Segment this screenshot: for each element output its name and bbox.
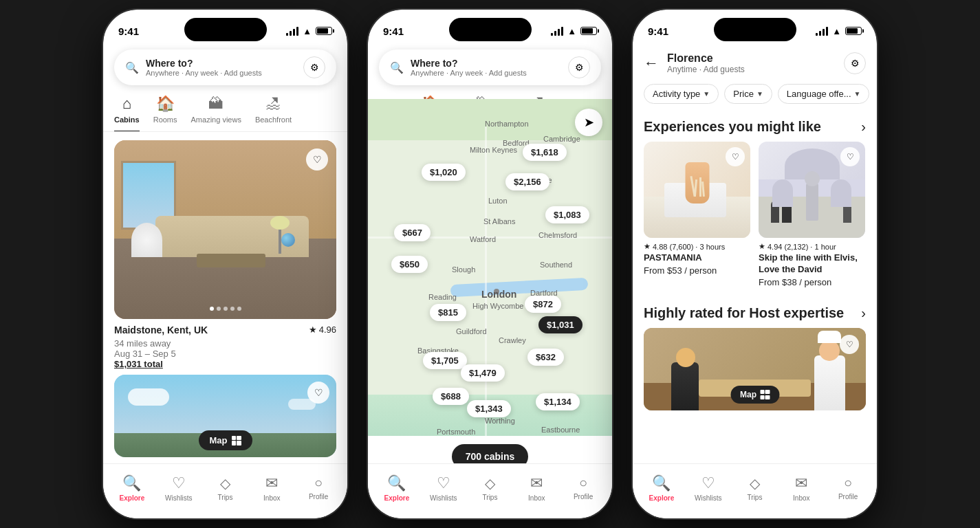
second-property-card-1[interactable]: Map ♡ [114, 375, 336, 457]
map-label-1: Map [210, 435, 228, 446]
exp-rating-pastamania: ★ 4.88 (7,600) · 3 hours [644, 242, 750, 251]
southend-label: Southend [540, 261, 572, 269]
highly-rated-section-header-3: Highly rated for Host expertise › [633, 297, 877, 328]
nav-trips-1[interactable]: ◇ Trips [202, 475, 249, 501]
exp-card-david[interactable]: ♡ ★ 4.94 (2,132) · 1 hour Skip the line … [759, 142, 865, 287]
exp-name-pastamania: PASTAMANIA [644, 252, 750, 264]
dynamic-island-3 [714, 18, 796, 41]
wishlist-hr-3[interactable]: ♡ [840, 335, 859, 354]
price-filter[interactable]: Price ▼ [724, 84, 772, 104]
price-bubble-1343[interactable]: $1,343 [467, 400, 511, 417]
search-bar-1[interactable]: 🔍 Where to? Anywhere · Any week · Add gu… [114, 50, 336, 85]
tab-cabins-1[interactable]: ⌂ Cabins [114, 91, 140, 132]
price-bubble-1020[interactable]: $1,020 [422, 164, 466, 181]
wishlist-button-1[interactable]: ♡ [306, 148, 328, 170]
hr-map-button-3[interactable]: Map [730, 386, 779, 404]
trips-label-1: Trips [218, 494, 233, 501]
explore-icon-3: 🔍 [652, 474, 671, 492]
rooms-label-1: Rooms [153, 116, 177, 124]
wishlists-label-3: Wishlists [695, 494, 721, 502]
search-title-1: Where to? [146, 58, 296, 69]
exp-card-pastamania[interactable]: ♡ ★ 4.88 (7,600) · 3 hours PASTAMANIA Fr… [644, 142, 750, 287]
property-image-1: ♡ [114, 140, 336, 319]
price-bubble-1479[interactable]: $1,479 [461, 364, 505, 382]
hr-card-3[interactable]: ♡ Map [644, 328, 866, 410]
tab-rooms-1[interactable]: 🏠 Rooms [153, 91, 177, 131]
wifi-icon-2: ▲ [567, 26, 576, 36]
tab-beachfront-1[interactable]: 🏖 Beachfront [255, 91, 292, 131]
search-text-2: Where to? Anywhere · Any week · Add gues… [411, 58, 561, 77]
location-arrow-button-2[interactable]: ➤ [575, 109, 602, 136]
price-bubble-872[interactable]: $872 [525, 296, 561, 313]
map-container-2[interactable]: London Cambridge Northampton Luton Watfo… [368, 99, 612, 477]
exp-price-david: From $38 / person [759, 277, 865, 287]
nav-explore-2[interactable]: 🔍 Explore [373, 474, 420, 502]
explore-icon-1: 🔍 [122, 474, 141, 492]
status-icons-3: ▲ [816, 26, 862, 36]
property-price-1[interactable]: $1,031 total [114, 359, 336, 369]
price-bubble-1031[interactable]: $1,031 [538, 316, 582, 333]
price-bubble-1134[interactable]: $1,134 [536, 393, 580, 410]
map-button-1[interactable]: Map [199, 430, 252, 450]
property-distance-1: 34 miles away [114, 338, 336, 349]
profile-icon-1: ○ [314, 475, 323, 491]
wishlist-exp-david[interactable]: ♡ [840, 147, 860, 166]
stalbans-label: St Albans [483, 217, 515, 226]
highly-rated-arrow-3[interactable]: › [861, 305, 866, 321]
nav-trips-3[interactable]: ◇ Trips [732, 475, 778, 501]
header-city-3: Florence Anytime · Add guests [667, 52, 836, 74]
property-card-1[interactable]: ♡ Maidstone, Kent, UK ★ 4.96 [114, 140, 336, 369]
price-bubble-1705[interactable]: $1,705 [423, 352, 467, 369]
trips-icon-2: ◇ [485, 475, 495, 492]
price-bubble-2156[interactable]: $2,156 [505, 173, 549, 190]
tab-amazing-views-1[interactable]: 🏔 Amazing views [191, 91, 241, 131]
wifi-icon-1: ▲ [303, 26, 312, 36]
price-bubble-632[interactable]: $632 [527, 349, 564, 366]
wishlists-icon-3: ♡ [701, 474, 715, 492]
price-bubble-1618[interactable]: $1,618 [523, 144, 567, 161]
battery-icon-1 [316, 27, 332, 35]
back-button-3[interactable]: ← [644, 54, 659, 72]
dynamic-island-2 [449, 18, 532, 41]
inbox-label-3: Inbox [793, 494, 809, 502]
experiences-arrow-3[interactable]: › [861, 119, 866, 135]
filter-button-1[interactable]: ⚙ [303, 56, 325, 78]
nav-profile-1[interactable]: ○ Profile [295, 475, 342, 500]
phone-3: 9:41 ▲ ← Flore [633, 10, 877, 518]
nav-inbox-3[interactable]: ✉ Inbox [778, 474, 825, 502]
nav-profile-3[interactable]: ○ Profile [825, 475, 871, 500]
wishlist-exp-pastamania[interactable]: ♡ [726, 147, 745, 166]
price-bubble-688[interactable]: $688 [433, 388, 469, 405]
nav-wishlists-3[interactable]: ♡ Wishlists [685, 474, 732, 502]
nav-explore-3[interactable]: 🔍 Explore [638, 474, 685, 502]
rating-text-pastamania: 4.88 (7,600) · 3 hours [653, 243, 725, 251]
nav-wishlists-2[interactable]: ♡ Wishlists [420, 474, 467, 502]
chevron-down-icon-2: ▼ [756, 90, 763, 98]
bottom-nav-1: 🔍 Explore ♡ Wishlists ◇ Trips ✉ Inbox ○ [103, 463, 347, 518]
price-bubble-667[interactable]: $667 [394, 224, 431, 241]
filter-button-3[interactable]: ⚙ [844, 52, 866, 74]
property-info-1: Maidstone, Kent, UK ★ 4.96 [114, 319, 336, 338]
activity-type-filter[interactable]: Activity type ▼ [644, 84, 719, 104]
nav-inbox-2[interactable]: ✉ Inbox [513, 474, 560, 502]
cabins-icon-1: ⌂ [122, 95, 131, 113]
exp-price-pastamania: From $53 / person [644, 265, 750, 276]
bottom-nav-2: 🔍 Explore ♡ Wishlists ◇ Trips ✉ Inbox ○ [368, 463, 612, 518]
views-icon-1: 🏔 [208, 95, 224, 113]
nav-inbox-1[interactable]: ✉ Inbox [248, 474, 295, 502]
wishlist-button-2[interactable]: ♡ [307, 382, 329, 404]
nav-wishlists-1[interactable]: ♡ Wishlists [155, 474, 202, 502]
bottom-nav-3: 🔍 Explore ♡ Wishlists ◇ Trips ✉ Inbox ○ [633, 463, 877, 518]
nav-profile-2[interactable]: ○ Profile [560, 475, 607, 500]
price-bubble-815[interactable]: $815 [430, 304, 466, 321]
price-bubble-650[interactable]: $650 [391, 256, 428, 273]
language-filter[interactable]: Language offe... ▼ [778, 84, 870, 104]
nav-trips-2[interactable]: ◇ Trips [467, 475, 514, 501]
rooms-icon-1: 🏠 [156, 95, 175, 113]
search-bar-2[interactable]: 🔍 Where to? Anywhere · Any week · Add gu… [379, 50, 601, 85]
nav-explore-1[interactable]: 🔍 Explore [109, 474, 155, 502]
experiences-section-header-3: Experiences you might like › [633, 111, 877, 142]
price-bubble-1083[interactable]: $1,083 [545, 206, 589, 223]
filter-button-2[interactable]: ⚙ [568, 56, 590, 78]
battery-icon-3 [845, 27, 862, 35]
